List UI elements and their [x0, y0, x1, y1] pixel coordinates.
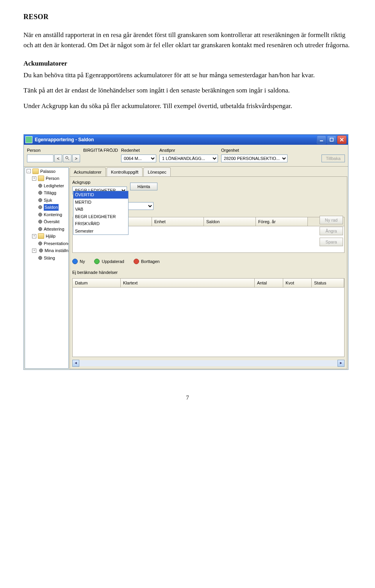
bullet-icon	[38, 256, 42, 260]
legend-borttagen-icon	[134, 259, 139, 264]
anstlpnr-select[interactable]: 1 LÖNEHANDLÄGG...	[159, 155, 218, 162]
bullet-icon	[38, 184, 42, 188]
spara-button[interactable]: Spara	[320, 238, 343, 246]
hamta-button[interactable]: Hämta	[130, 183, 157, 190]
legend-borttagen-label: Borttagen	[141, 258, 160, 265]
tree-item-mina-inställningar[interactable]: +Mina inställningar	[25, 247, 68, 254]
scroll-right-button[interactable]: ►	[338, 360, 345, 367]
person-search-button[interactable]	[63, 155, 71, 162]
tree-expander-icon	[32, 191, 36, 195]
doc-heading-resor: RESOR	[23, 12, 352, 22]
tab-content-ackumulatorer: Ackgrupp BEGR LEDIGHETER Hämta ÖVERTIDME…	[70, 176, 347, 369]
ackgrupp-option[interactable]: MERTID	[73, 199, 128, 206]
folder-icon	[38, 176, 44, 181]
legend-uppdaterad-icon	[94, 259, 100, 264]
tree-item-label: Översikt	[44, 219, 59, 225]
tree-expander-icon	[32, 206, 36, 209]
tree-item-översikt[interactable]: Översikt	[25, 218, 68, 226]
tree-item-kontering[interactable]: Kontering	[25, 211, 68, 219]
orgenhet-label: Orgenhet	[221, 147, 288, 154]
tree-item-label: Kontering	[44, 211, 62, 218]
tree-expander-icon[interactable]: +	[32, 234, 36, 238]
tabstrip: AckumulatorerKontrolluppgiftLönespec	[70, 167, 347, 177]
tree-item-tillägg[interactable]: Tillägg	[25, 189, 68, 197]
tree-item-label: Presentationer	[44, 240, 69, 247]
doc-para-1: När en anställd rapporterat in en resa g…	[23, 30, 352, 50]
app-icon	[25, 136, 32, 143]
folder-icon	[38, 233, 44, 239]
column-header[interactable]: Föreg. år	[256, 217, 308, 226]
column-header[interactable]: Kvot	[283, 279, 312, 288]
svg-line-3	[68, 159, 69, 160]
ackgrupp-option[interactable]: ÖVERTID	[73, 191, 128, 199]
tree-item-label: Ledigheter	[44, 183, 64, 189]
person-prev-button[interactable]: <	[54, 155, 62, 162]
tree-item-label: Person	[46, 175, 59, 182]
svg-point-2	[66, 156, 68, 159]
tree-item-person[interactable]: +Person	[25, 175, 68, 182]
ackgrupp-label: Ackgrupp	[72, 179, 127, 186]
orgenhet-select[interactable]: 28200 PERSONALSEKTIO...	[221, 155, 288, 162]
nav-tree[interactable]: -Palasso+PersonLedigheterTilläggSjukSald…	[25, 167, 69, 369]
ny-rad-button[interactable]: Ny rad	[320, 216, 343, 224]
tree-expander-icon[interactable]: -	[27, 169, 31, 173]
column-header[interactable]: Klartext	[121, 279, 255, 288]
tree-item-presentationer[interactable]: Presentationer	[25, 240, 68, 247]
window-title: Egenrapportering - Saldon	[35, 136, 317, 143]
tree-item-stäng[interactable]: Stäng	[25, 254, 68, 262]
tree-item-label: Stäng	[44, 255, 55, 261]
scroll-track[interactable]	[79, 360, 338, 366]
tree-expander-icon	[32, 227, 36, 231]
tree-expander-icon[interactable]: +	[32, 176, 36, 181]
folder-icon	[32, 169, 39, 174]
tree-expander-icon[interactable]: +	[32, 249, 36, 253]
tree-item-hjälp[interactable]: +Hjälp	[25, 233, 68, 240]
person-next-button[interactable]: >	[72, 155, 80, 162]
window-maximize-button[interactable]	[327, 135, 336, 144]
ackgrupp-option[interactable]: BEGR LEDIGHETER	[73, 213, 128, 220]
titlebar[interactable]: Egenrapportering - Saldon	[24, 135, 348, 145]
bullet-icon	[38, 198, 42, 202]
anstlpnr-label: Anstlpnr	[159, 147, 218, 154]
ackgrupp-option[interactable]: FRISKVÅRD	[73, 220, 128, 227]
ackgrupp-option[interactable]: VAB	[73, 206, 128, 213]
tree-expander-icon	[32, 198, 36, 202]
tree-item-attestering[interactable]: Attestering	[25, 226, 68, 233]
tab-kontrolluppgift[interactable]: Kontrolluppgift	[107, 167, 143, 177]
tree-item-palasso[interactable]: -Palasso	[25, 168, 68, 175]
column-header[interactable]: Enhet	[152, 217, 204, 226]
doc-subheading-ackumulatorer: Ackumulatorer	[23, 59, 352, 69]
person-input[interactable]	[27, 155, 54, 162]
tree-item-sjuk[interactable]: Sjuk	[25, 197, 68, 204]
app-window: Egenrapportering - Saldon Person < >	[23, 134, 348, 370]
grid-ej-beraknade: DatumKlartextAntalKvotStatus	[72, 278, 345, 357]
ackgrupp-dropdown-list[interactable]: ÖVERTIDMERTIDVABBEGR LEDIGHETERFRISKVÅRD…	[73, 191, 129, 235]
column-header[interactable]: Saldon	[204, 217, 256, 226]
svg-rect-0	[320, 140, 323, 141]
svg-rect-1	[330, 138, 333, 141]
ackgrupp-option[interactable]: Semester	[73, 227, 128, 235]
doc-para-2: Du kan behöva titta på Egenrapportörens …	[23, 70, 352, 80]
tab-lönespec[interactable]: Lönespec	[143, 167, 171, 177]
legend-ny-icon	[72, 259, 78, 264]
tree-item-label: Attestering	[44, 226, 64, 233]
tab-ackumulatorer[interactable]: Ackumulatorer	[70, 167, 106, 177]
column-header[interactable]: Antal	[255, 279, 283, 288]
tree-item-label: Tillägg	[44, 190, 56, 196]
tillbaka-button[interactable]: Tillbaka	[321, 155, 345, 162]
redenhet-select[interactable]: 0064 M...	[121, 155, 156, 162]
person-label: Person	[27, 147, 80, 154]
ångra-button[interactable]: Ångra	[320, 227, 343, 235]
window-minimize-button[interactable]	[317, 135, 326, 144]
scroll-left-button[interactable]: ◄	[72, 360, 79, 367]
window-close-button[interactable]	[337, 135, 346, 144]
tree-item-ledigheter[interactable]: Ledigheter	[25, 182, 68, 190]
bullet-icon	[38, 213, 42, 217]
horizontal-scrollbar[interactable]: ◄ ►	[72, 360, 345, 366]
tree-item-saldon[interactable]: Saldon	[25, 204, 68, 211]
column-header[interactable]: Status	[312, 279, 344, 288]
bullet-icon	[38, 205, 42, 209]
doc-para-3: Tänk på att det är endast de lönehändels…	[23, 85, 352, 96]
column-header[interactable]: Datum	[73, 279, 121, 288]
bullet-icon	[39, 249, 43, 252]
